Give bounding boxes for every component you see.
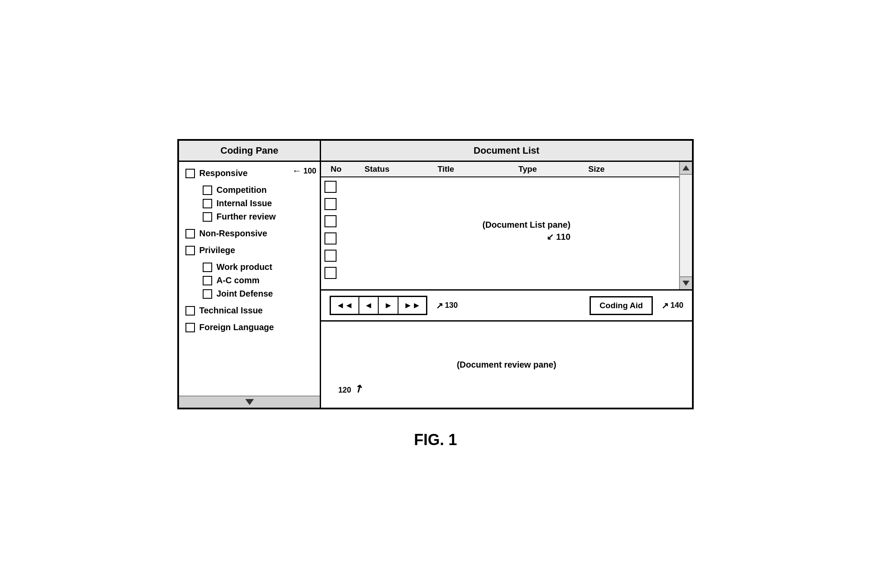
doc-review-pane: 120 ↗ (Document review pane) [321,322,692,408]
nav-bar: ◄◄ ◄ ► ►► ↗ 130 Coding Aid ↗ [321,291,692,322]
nav-prev[interactable]: ◄ [359,297,379,314]
row-checkbox-4[interactable] [324,232,337,244]
ref-130-area: ↗ 130 [436,300,458,311]
col-status: Status [351,164,403,174]
doc-list-content: No Status Title Type Size [321,162,679,289]
arrow-left: ← [292,165,302,176]
work-product-label: Work product [216,262,272,272]
foreign-language-item: Foreign Language [185,322,313,332]
col-title: Title [403,164,489,174]
arrow-130: ↗ [436,300,443,311]
technical-issue-label: Technical Issue [199,306,263,316]
ref-110: 110 [556,232,570,241]
fig-label: FIG. 1 [414,431,457,449]
scrollbar-track[interactable] [680,175,692,276]
scrollbar-up[interactable] [680,162,692,175]
col-type: Type [489,164,566,174]
doc-review-label: (Document review pane) [457,360,556,370]
ref-140: 140 [670,301,683,310]
coding-pane-body: ← 100 Responsive Competition [179,162,320,396]
row-checkbox-5[interactable] [324,250,337,262]
responsive-checkbox[interactable] [185,169,195,178]
coding-aid-label: Coding Aid [599,301,643,310]
internal-issue-item: Internal Issue [185,198,313,208]
ref-100-area: ← 100 [292,165,316,176]
main-frame: Coding Pane ← 100 Responsive [177,139,694,409]
row-checkbox-6[interactable] [324,267,337,279]
non-responsive-checkbox[interactable] [185,229,195,238]
joint-defense-label: Joint Defense [216,289,273,299]
nav-last[interactable]: ►► [398,297,426,314]
nav-first[interactable]: ◄◄ [331,297,359,314]
joint-defense-item: Joint Defense [185,289,313,299]
diagram-wrapper: Coding Pane ← 100 Responsive [177,139,694,409]
scroll-down-arrow [245,399,254,405]
doc-list-area: No Status Title Type Size [321,162,692,291]
scrollbar-down-arrow [683,281,689,286]
non-responsive-item: Non-Responsive [185,229,313,238]
responsive-label: Responsive [199,168,247,178]
fig-title: FIG. 1 [414,431,457,449]
checkboxes-col [321,177,340,289]
ac-comm-checkbox[interactable] [203,276,212,285]
technical-issue-item: Technical Issue [185,306,313,316]
doc-list-columns: No Status Title Type Size [321,162,679,177]
ac-comm-item: A-C comm [185,275,313,285]
privilege-item: Privilege [185,245,313,255]
scrollbar-up-arrow [683,165,689,170]
col-size: Size [566,164,627,174]
nav-next[interactable]: ► [379,297,398,314]
competition-item: Competition [185,185,313,195]
internal-issue-label: Internal Issue [216,198,272,208]
arrow-140: ↗ [661,300,669,311]
right-pane: Document List No Status Title Type Size [321,141,692,408]
document-list-header: Document List [321,141,692,162]
diagram-container: Coding Pane ← 100 Responsive [177,139,694,449]
ac-comm-label: A-C comm [216,275,259,285]
doc-scrollbar[interactable] [679,162,692,289]
privilege-label: Privilege [199,245,235,255]
internal-issue-checkbox[interactable] [203,199,212,208]
work-product-checkbox[interactable] [203,263,212,272]
coding-pane: Coding Pane ← 100 Responsive [179,141,321,408]
coding-pane-scroll-bottom[interactable] [179,396,320,408]
privilege-checkbox[interactable] [185,246,195,255]
further-review-label: Further review [216,212,276,222]
coding-pane-title: Coding Pane [220,145,278,156]
technical-issue-checkbox[interactable] [185,306,195,316]
doc-list-pane-label: (Document List pane) ↙ 110 [482,220,570,242]
competition-checkbox[interactable] [203,186,212,195]
non-responsive-label: Non-Responsive [199,229,267,238]
coding-aid-button[interactable]: Coding Aid [590,296,653,315]
nav-buttons: ◄◄ ◄ ► ►► [330,296,427,315]
doc-list-pane-text: (Document List pane) [482,220,570,229]
ref-130: 130 [445,301,458,310]
competition-label: Competition [216,185,267,195]
further-review-item: Further review [185,212,313,222]
row-checkbox-1[interactable] [324,181,337,193]
row-checkbox-2[interactable] [324,198,337,210]
scrollbar-down[interactable] [680,276,692,289]
work-product-item: Work product [185,262,313,272]
ref-120: 120 [338,386,351,395]
ref-120-area: 120 ↗ [338,383,363,395]
doc-list-title: Document List [474,145,540,156]
doc-rows-area: (Document List pane) ↙ 110 [321,177,679,289]
coding-pane-header: Coding Pane [179,141,320,162]
ref-140-area: ↗ 140 [661,300,683,311]
foreign-language-checkbox[interactable] [185,323,195,332]
foreign-language-label: Foreign Language [199,322,274,332]
doc-review-pane-text: (Document review pane) [457,360,556,369]
col-no: No [321,164,351,174]
row-checkbox-3[interactable] [324,215,337,227]
joint-defense-checkbox[interactable] [203,289,212,299]
further-review-checkbox[interactable] [203,212,212,222]
ref-100: 100 [303,167,316,176]
ref-110-label: ↙ 110 [482,232,570,242]
arrow-120: ↗ [352,381,365,396]
